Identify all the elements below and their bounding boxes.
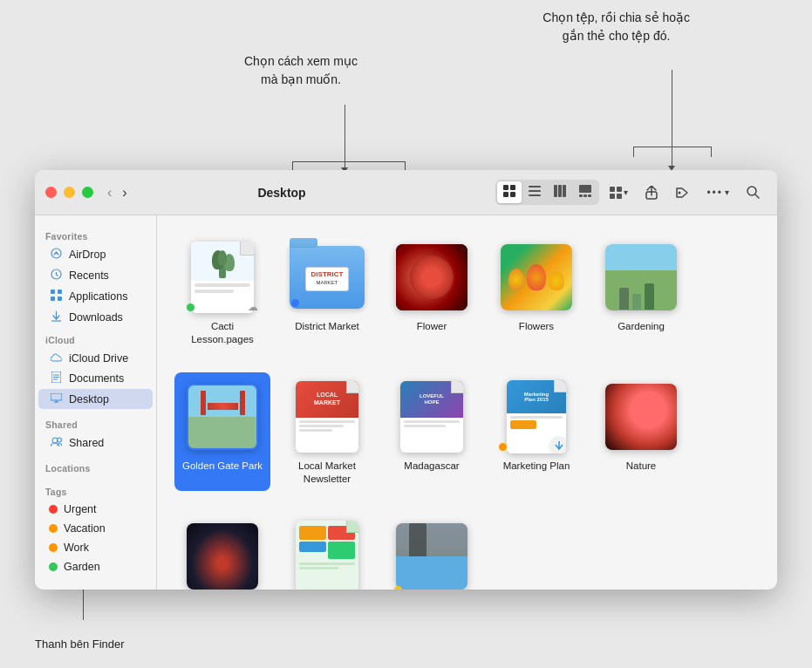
svg-rect-14 bbox=[610, 187, 615, 192]
svg-rect-15 bbox=[617, 187, 622, 192]
file-item-golden-gate-park[interactable]: Golden Gate Park bbox=[174, 372, 270, 491]
annotation-bracket-right bbox=[633, 147, 712, 157]
sidebar-item-applications[interactable]: Applications bbox=[38, 286, 153, 307]
file-item-marketing-plan[interactable]: MarketingPlan 2015 Marketin bbox=[488, 372, 584, 491]
sidebar-item-desktop[interactable]: Desktop bbox=[38, 389, 153, 409]
svg-rect-35 bbox=[51, 393, 62, 400]
view-icon-button[interactable] bbox=[497, 181, 522, 203]
sidebar-item-applications-label: Applications bbox=[69, 290, 127, 303]
sidebar-item-urgent-label: Urgent bbox=[64, 503, 97, 515]
sidebar-item-urgent[interactable]: Urgent bbox=[38, 500, 153, 519]
shared-label: Shared bbox=[35, 412, 156, 433]
gardening-icon-wrap bbox=[602, 238, 680, 317]
file-item-flower[interactable]: Flower bbox=[384, 233, 480, 351]
svg-rect-28 bbox=[51, 297, 55, 301]
sidebar-item-downloads-label: Downloads bbox=[69, 311, 123, 324]
nature-icon-wrap bbox=[602, 378, 680, 456]
sidebar-item-icloud-drive-label: iCloud Drive bbox=[69, 352, 128, 365]
toolbar-right: ▾ ••• ▾ bbox=[495, 180, 767, 205]
sidebar-item-recents[interactable]: Recents bbox=[38, 265, 153, 286]
finder-window: ‹ › Desktop ▾ bbox=[35, 170, 777, 590]
svg-rect-16 bbox=[610, 194, 615, 199]
svg-rect-4 bbox=[529, 186, 541, 187]
svg-rect-9 bbox=[563, 185, 566, 197]
sidebar-item-icloud-drive[interactable]: iCloud Drive bbox=[38, 348, 153, 368]
annotation-bottom: Thanh bên Finder bbox=[35, 637, 125, 651]
sidebar-item-garden[interactable]: Garden bbox=[38, 557, 153, 576]
svg-rect-17 bbox=[617, 194, 622, 199]
svg-rect-7 bbox=[554, 185, 557, 197]
district-market-name: District Market bbox=[295, 320, 358, 333]
vacation-dot bbox=[49, 524, 58, 533]
tag-button[interactable] bbox=[668, 183, 696, 202]
cloud-icon: ☁ bbox=[248, 301, 258, 313]
view-list-button[interactable] bbox=[522, 181, 547, 203]
svg-rect-2 bbox=[503, 192, 508, 197]
file-item-local-market-newsletter[interactable]: LOCALMARKET Local Market Newsletter bbox=[279, 372, 375, 491]
annotation-line-left bbox=[345, 105, 345, 167]
file-item-district-market[interactable]: DISTRICTMARKET District Market bbox=[279, 233, 375, 351]
sidebar-item-airdrop[interactable]: AirDrop bbox=[38, 244, 153, 265]
svg-rect-10 bbox=[579, 185, 591, 193]
sidebar-item-downloads[interactable]: Downloads bbox=[38, 307, 153, 328]
locations-label: Locations bbox=[35, 456, 156, 476]
file-item-madagascar[interactable]: LOVEFULHOPE Madagascar bbox=[384, 372, 480, 491]
tags-label: Tags bbox=[35, 480, 156, 500]
cacti-lesson-name: Cacti Lesson.pages bbox=[191, 320, 254, 346]
sidebar-item-work-label: Work bbox=[64, 542, 89, 554]
file-item-sunset-surf[interactable]: Sunset Surf bbox=[384, 512, 480, 590]
view-column-button[interactable] bbox=[548, 181, 572, 203]
roommate-budget-icon-wrap bbox=[288, 517, 366, 590]
work-dot bbox=[49, 543, 58, 552]
flower-name: Flower bbox=[417, 320, 447, 333]
sidebar-item-documents-label: Documents bbox=[69, 372, 124, 385]
search-button[interactable] bbox=[740, 182, 767, 202]
sidebar-item-work[interactable]: Work bbox=[38, 538, 153, 557]
madagascar-name: Madagascar bbox=[404, 460, 459, 473]
file-item-nature[interactable]: Nature bbox=[593, 372, 689, 491]
sidebar-item-shared[interactable]: Shared bbox=[38, 433, 153, 453]
annotation-top-right: Chọn tệp, rồi chia sẻ hoặc gắn thẻ cho t… bbox=[542, 9, 690, 45]
marketing-plan-status-dot bbox=[499, 443, 507, 451]
favorites-label: Favorites bbox=[35, 224, 156, 244]
svg-rect-12 bbox=[583, 194, 587, 197]
view-gallery-button[interactable] bbox=[573, 181, 597, 203]
svg-rect-8 bbox=[558, 185, 562, 197]
svg-point-22 bbox=[51, 249, 61, 258]
svg-line-25 bbox=[56, 275, 58, 276]
svg-rect-3 bbox=[510, 192, 515, 197]
sidebar-item-desktop-label: Desktop bbox=[69, 393, 109, 406]
svg-rect-29 bbox=[58, 297, 62, 301]
sidebar-item-documents[interactable]: Documents bbox=[38, 368, 153, 389]
svg-rect-11 bbox=[579, 194, 583, 197]
share-button[interactable] bbox=[638, 182, 665, 203]
cacti-status-dot bbox=[187, 303, 194, 311]
local-market-newsletter-icon-wrap: LOCALMARKET bbox=[288, 378, 366, 456]
sidebar-item-vacation[interactable]: Vacation bbox=[38, 519, 153, 538]
annotation-top-left: Chọn cách xem mục mà bạn muốn. bbox=[244, 52, 358, 89]
nature-name: Nature bbox=[626, 460, 657, 473]
file-grid: ☁ Cacti Lesson.pages DISTRICTMARKET bbox=[174, 233, 760, 590]
flower-icon-wrap bbox=[392, 238, 471, 317]
file-item-flowers[interactable]: Flowers bbox=[488, 233, 584, 351]
svg-rect-13 bbox=[588, 194, 591, 197]
cacti-lesson-icon-wrap: ☁ bbox=[183, 238, 262, 317]
close-button[interactable] bbox=[45, 187, 57, 198]
more-button[interactable]: ••• ▾ bbox=[699, 183, 736, 202]
flowers-name: Flowers bbox=[519, 320, 554, 333]
district-market-folder-icon: DISTRICTMARKET bbox=[290, 246, 365, 309]
group-button[interactable]: ▾ bbox=[603, 183, 635, 202]
file-item-cacti-lesson[interactable]: ☁ Cacti Lesson.pages bbox=[174, 233, 270, 351]
svg-rect-1 bbox=[510, 185, 515, 190]
file-item-roommate-budget[interactable]: Roommate Budget bbox=[279, 512, 375, 590]
marketing-plan-name: Marketing Plan bbox=[503, 460, 570, 473]
file-item-gardening[interactable]: Gardening bbox=[593, 233, 689, 351]
recents-icon bbox=[49, 269, 63, 283]
madagascar-icon-wrap: LOVEFULHOPE bbox=[392, 378, 471, 456]
svg-rect-5 bbox=[529, 190, 541, 192]
gardening-name: Gardening bbox=[618, 320, 665, 333]
svg-line-21 bbox=[755, 194, 759, 198]
urgent-dot bbox=[49, 505, 58, 514]
content-area: ☁ Cacti Lesson.pages DISTRICTMARKET bbox=[157, 215, 777, 590]
file-item-nighttime[interactable]: Nighttime bbox=[174, 512, 270, 590]
